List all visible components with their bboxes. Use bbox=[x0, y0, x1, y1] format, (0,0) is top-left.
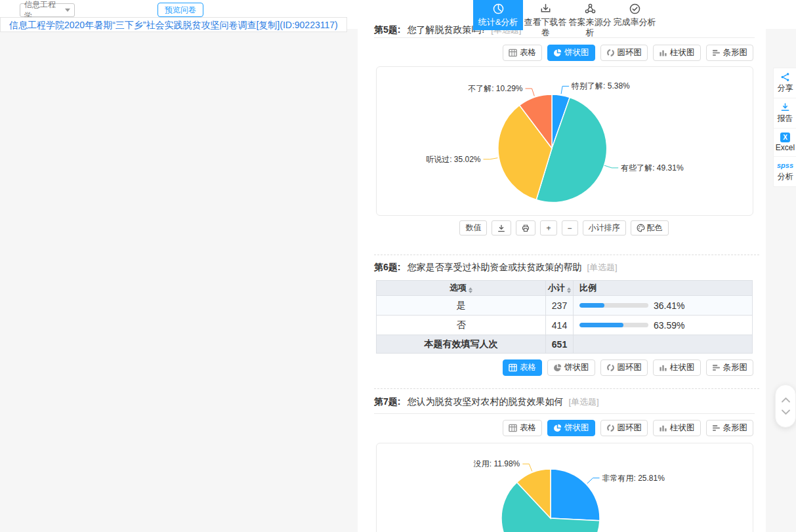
survey-selector-dropdown[interactable]: 信息工程学... bbox=[20, 3, 75, 17]
survey-stats-page: 信息工程学... 预览问卷 统计&分析查看下载答卷答案来源分析完成率分析 信息工… bbox=[0, 0, 796, 532]
column-chart-icon bbox=[659, 49, 667, 57]
column-header-subtotal[interactable]: 小计 bbox=[546, 281, 574, 296]
column-chart-icon bbox=[659, 363, 667, 372]
chart-type-label: 条形图 bbox=[723, 47, 748, 58]
question-number: 第6题: bbox=[374, 262, 400, 272]
pie-slice-label: 不了解: 10.29% bbox=[468, 84, 523, 93]
divider bbox=[374, 413, 755, 414]
chart-type-donut-button[interactable]: 圆环图 bbox=[600, 45, 648, 61]
chart-type-table-button[interactable]: 表格 bbox=[503, 45, 542, 61]
page-scroll-control bbox=[775, 384, 796, 428]
question-6-title: 第6题:您家是否享受过补助资金或扶贫政策的帮助[单选题] bbox=[374, 262, 618, 274]
tab-view-download-answers[interactable]: 查看下载答卷 bbox=[523, 0, 568, 38]
scroll-up-button[interactable] bbox=[781, 397, 791, 403]
chart-type-donut-button[interactable]: 圆环图 bbox=[600, 420, 648, 436]
subtotal-sort-button[interactable]: 小计排序 bbox=[583, 220, 626, 235]
left-gutter-background bbox=[0, 29, 358, 532]
footer-empty-cell bbox=[574, 335, 753, 354]
chart-type-pie-button[interactable]: 饼状图 bbox=[547, 420, 595, 436]
report-download-icon bbox=[780, 102, 790, 113]
option-cell: 否 bbox=[377, 316, 546, 335]
chart-type-label: 柱状图 bbox=[670, 422, 695, 434]
tab-stats-analysis[interactable]: 统计&分析 bbox=[473, 0, 523, 30]
side-toolbar-label: 分享 bbox=[778, 83, 793, 94]
pie-chart-icon bbox=[553, 363, 562, 372]
pie-label-leader-line bbox=[604, 165, 618, 168]
chart-type-column-button[interactable]: 柱状图 bbox=[653, 420, 701, 436]
donut-chart-icon bbox=[606, 363, 615, 372]
column-header-label: 比例 bbox=[579, 283, 597, 293]
pie-label-leader-line bbox=[522, 464, 532, 471]
chart-type-column-button[interactable]: 柱状图 bbox=[653, 45, 701, 61]
bar-fill bbox=[579, 303, 604, 308]
share-button[interactable]: 分享 bbox=[774, 68, 796, 98]
ratio-bar: 63.59% bbox=[574, 320, 752, 331]
option-cell: 是 bbox=[377, 296, 546, 316]
footer-count-cell: 651 bbox=[546, 335, 574, 354]
chart-type-pie-button[interactable]: 饼状图 bbox=[547, 359, 595, 376]
bar-fill bbox=[579, 323, 623, 327]
chart-type-table-button[interactable]: 表格 bbox=[503, 420, 542, 436]
values-toggle-button[interactable]: 数值 bbox=[459, 220, 487, 235]
question-number: 第5题: bbox=[374, 24, 400, 35]
question-type-tag: [单选题] bbox=[587, 262, 617, 272]
bar-track bbox=[579, 323, 648, 327]
question-7-title: 第7题:您认为脱贫攻坚对农村的脱贫效果如何[单选题] bbox=[374, 396, 599, 408]
caret-down-icon bbox=[65, 9, 70, 12]
table-header-row: 选项小计比例 bbox=[377, 281, 753, 296]
question-number: 第7题: bbox=[374, 396, 400, 407]
q5-pie-chart: 特别了解: 5.38%有些了解: 49.31%听说过: 35.02%不了解: 1… bbox=[376, 66, 753, 216]
pie-label-leader-line bbox=[484, 158, 498, 159]
spss-analysis-button[interactable]: spss分析 bbox=[774, 157, 796, 186]
preview-survey-button[interactable]: 预览问卷 bbox=[157, 3, 203, 17]
q7-chart-type-buttons: 表格饼状图圆环图柱状图条形图 bbox=[374, 420, 753, 436]
spss-logo: spss bbox=[777, 160, 793, 171]
chart-type-label: 柱状图 bbox=[670, 362, 695, 373]
toolbar-button-label: 小计排序 bbox=[589, 222, 620, 234]
download-chart-button[interactable] bbox=[492, 220, 511, 235]
pie-slice-label: 有些了解: 49.31% bbox=[620, 163, 684, 173]
chart-type-bar-button[interactable]: 条形图 bbox=[706, 45, 754, 61]
toolbar-button-label: − bbox=[568, 224, 572, 233]
side-toolbar-label: 报告 bbox=[778, 113, 793, 124]
print-chart-button[interactable] bbox=[516, 220, 535, 235]
top-tab-bar: 统计&分析查看下载答卷答案来源分析完成率分析 bbox=[473, 0, 657, 38]
pie-chart-canvas: 非常有用: 25.81%没用: 11.98% bbox=[377, 443, 753, 532]
toolbar-button-label: + bbox=[546, 224, 551, 233]
chart-type-bar-button[interactable]: 条形图 bbox=[706, 359, 754, 376]
chart-type-label: 条形图 bbox=[723, 362, 748, 373]
bar-chart-icon bbox=[712, 424, 721, 432]
chart-type-table-button[interactable]: 表格 bbox=[503, 359, 542, 376]
sort-icon bbox=[469, 287, 472, 293]
chart-type-label: 表格 bbox=[520, 362, 536, 373]
chart-type-label: 圆环图 bbox=[618, 47, 642, 58]
chart-type-label: 表格 bbox=[520, 47, 536, 58]
q5-chart-type-buttons: 表格饼状图圆环图柱状图条形图 bbox=[374, 45, 753, 61]
chart-type-donut-button[interactable]: 圆环图 bbox=[600, 359, 648, 376]
scroll-down-button[interactable] bbox=[781, 409, 791, 415]
bar-track bbox=[579, 303, 648, 308]
side-toolbar-label: 分析 bbox=[778, 171, 793, 182]
chart-type-label: 圆环图 bbox=[618, 362, 642, 373]
color-scheme-button[interactable]: 配色 bbox=[631, 220, 669, 235]
tab-completion-rate-analysis[interactable]: 完成率分析 bbox=[612, 0, 657, 28]
chart-type-pie-button[interactable]: 饼状图 bbox=[547, 45, 595, 61]
percent-label: 36.41% bbox=[654, 300, 684, 311]
zoom-out-button[interactable]: − bbox=[562, 220, 578, 235]
pie-label-leader-line bbox=[526, 89, 535, 96]
report-button[interactable]: 报告 bbox=[774, 98, 796, 129]
column-header-option[interactable]: 选项 bbox=[377, 281, 546, 296]
tab-label: 统计&分析 bbox=[478, 17, 518, 27]
chart-type-column-button[interactable]: 柱状图 bbox=[653, 359, 701, 376]
tab-answer-source-analysis[interactable]: 答案来源分析 bbox=[568, 0, 612, 38]
q5-chart-toolbar: 数值+−小计排序配色 bbox=[376, 220, 752, 235]
table-icon bbox=[509, 363, 517, 372]
q6-results-table: 选项小计比例 是23736.41%否41463.59% 本题有效填写人次651 bbox=[376, 280, 753, 354]
side-toolbar-label: Excel bbox=[776, 143, 795, 152]
zoom-in-button[interactable]: + bbox=[540, 220, 556, 235]
chart-type-bar-button[interactable]: 条形图 bbox=[706, 420, 754, 436]
excel-export-button[interactable]: XExcel bbox=[774, 129, 796, 157]
section-divider bbox=[374, 255, 759, 255]
chart-type-label: 饼状图 bbox=[564, 362, 589, 373]
section-divider bbox=[374, 388, 759, 389]
